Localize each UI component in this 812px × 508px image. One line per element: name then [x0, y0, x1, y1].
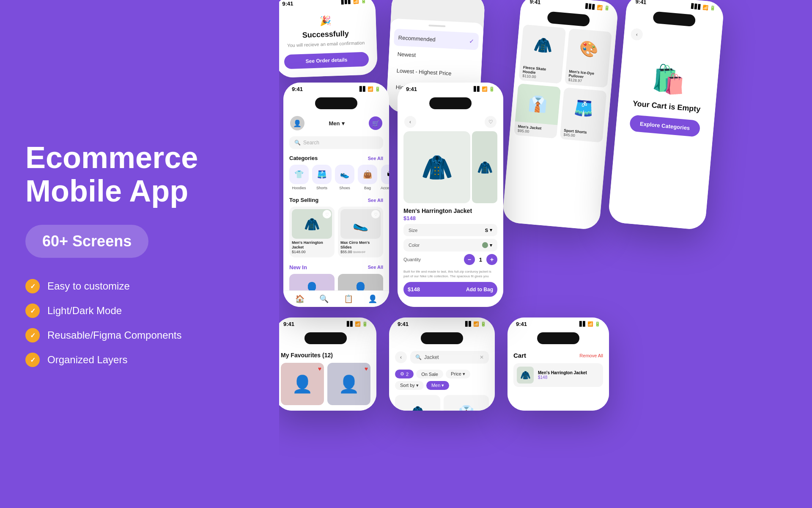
nav-search[interactable]: 🔍 — [319, 294, 329, 304]
heart-icon: ♥ — [318, 365, 321, 372]
size-option[interactable]: Size S ▾ — [403, 224, 497, 236]
filter-chip-price[interactable]: Price ▾ — [446, 370, 470, 378]
remove-all-button[interactable]: Remove All — [579, 353, 603, 358]
search-input[interactable]: 🔍 Jacket ✕ — [410, 351, 489, 364]
search-bar[interactable]: 🔍 Search — [289, 136, 383, 149]
phone-detail-screen: 9:41 ▋▋ 📶 🔋 ‹ ♡ 🧥 🧥 Men's Harrington Ja — [398, 83, 503, 307]
add-to-bag-button[interactable]: $148 Add to Bag — [403, 282, 497, 297]
categories-see-all[interactable]: See All — [368, 156, 383, 161]
top-selling-see-all[interactable]: See All — [368, 198, 383, 203]
category-bag[interactable]: 👜 Bag — [358, 165, 377, 190]
category-shorts[interactable]: 🩳 Shorts — [312, 165, 332, 190]
heart-icon-2: ♥ — [365, 365, 368, 372]
list-item[interactable]: 🧥 Fleece Skate Hoodie $110.00 — [518, 25, 566, 84]
check-icon — [25, 279, 40, 293]
phone-success-screen: 9:41 ▋▋▋ 📶 🔋 🎉 Successfully You will rec… — [279, 0, 378, 78]
phone-main-mockup: 9:41 ▋▋ 📶 🔋 👤 Men ▾ 🛒 🔍 Search Categorie — [283, 83, 389, 307]
nav-home[interactable]: 🏠 — [295, 294, 304, 304]
phone-detail-mockup: 9:41 ▋▋ 📶 🔋 ‹ ♡ 🧥 🧥 Men's Harrington Ja — [398, 83, 503, 307]
detail-header: ‹ ♡ — [398, 113, 503, 131]
phone-fav-screen: 9:41 ▋▋ 📶 🔋 My Favourites (12) 👤 ♥ 👤 ♥ — [279, 318, 376, 411]
explore-categories-button[interactable]: Explore Categories — [629, 115, 701, 137]
color-option[interactable]: Color ▾ — [403, 239, 497, 251]
search-result-item[interactable]: 🧥 — [395, 395, 440, 411]
products-row: ♡ 🧥 Men's Harrington Jacket $148.00 ♡ 🥿 … — [283, 205, 389, 259]
phone-main-screen: 9:41 ▋▋ 📶 🔋 👤 Men ▾ 🛒 🔍 Search Categorie — [283, 83, 389, 307]
fav-item-1[interactable]: 👤 ♥ — [281, 363, 324, 405]
check-icon — [25, 353, 40, 367]
bottom-nav: 🏠 🔍 📋 👤 — [283, 290, 389, 307]
check-icon — [25, 328, 40, 342]
cart2-header: Cart Remove All — [508, 348, 609, 363]
dynamic-island-detail — [429, 97, 472, 109]
back-button[interactable]: ‹ — [631, 28, 643, 41]
list-item[interactable]: 🩳 Sport Shorts $45.00 — [560, 88, 606, 143]
fav-item-2[interactable]: 👤 ♥ — [327, 363, 370, 405]
cart-empty-title: Your Cart is Empty — [632, 99, 701, 114]
new-in-see-all[interactable]: See All — [368, 265, 383, 270]
right-panel: 9:41 ▋▋▋ 📶 🔋 🎉 Successfully You will rec… — [279, 0, 812, 508]
feature-customize: Easy to customize — [25, 279, 254, 293]
gender-dropdown[interactable]: Men ▾ — [329, 120, 345, 127]
category-hoodies[interactable]: 👕 Hoodies — [289, 165, 309, 190]
feature-layers: Organized Layers — [25, 353, 254, 367]
wishlist-button-slides[interactable]: ♡ — [371, 210, 380, 218]
product-description: Built for life and made to last, this fu… — [398, 268, 503, 280]
nav-profile[interactable]: 👤 — [368, 294, 377, 304]
nav-orders[interactable]: 📋 — [344, 294, 353, 304]
filter-chip-count[interactable]: ⚙ 2 — [395, 370, 414, 378]
categories-section-header: Categories See All — [283, 152, 389, 163]
back-button-search[interactable]: ‹ — [395, 351, 407, 363]
product-card-jacket[interactable]: ♡ 🧥 Men's Harrington Jacket $148.00 — [289, 207, 335, 257]
wishlist-icon: ♡ — [328, 276, 333, 282]
category-shoes[interactable]: 👟 Shoes — [335, 165, 354, 190]
dynamic-island-search — [421, 332, 463, 344]
list-item[interactable]: 👔 Men's Jacket $95.00 — [514, 83, 561, 138]
quantity-increase-button[interactable]: + — [486, 254, 497, 265]
list-item[interactable]: 🎨 Men's Ice-Dye Pullover $128.97 — [565, 28, 612, 88]
bag-icon: 🛍️ — [651, 62, 687, 97]
back-button-detail[interactable]: ‹ — [404, 116, 416, 128]
search-results: 🧥 👔 — [389, 392, 495, 411]
favourites-title: My Favourites (12) — [279, 348, 376, 363]
wishlist-icon-2: ♡ — [377, 276, 381, 282]
sort-handle — [428, 25, 445, 27]
clear-icon[interactable]: ✕ — [480, 354, 484, 360]
status-bar-listing: 9:41 ▋▋▋ 📶 🔋 — [521, 0, 619, 14]
options-row: Size S ▾ Color ▾ — [398, 224, 503, 251]
cart-empty-content: 🛍️ Your Cart is Empty Explore Categories — [614, 43, 720, 155]
product-price: $148 — [403, 215, 497, 221]
dynamic-island-fav — [304, 332, 347, 344]
cart-icon[interactable]: 🛒 — [369, 116, 382, 130]
see-order-button[interactable]: See Order details — [284, 52, 369, 69]
phone-cart2-mockup: 9:41 ▋▋ 📶 🔋 Cart Remove All 🧥 Men's Harr… — [508, 318, 609, 411]
favourite-button[interactable]: ♡ — [485, 116, 497, 128]
main-header: 👤 Men ▾ 🛒 — [283, 113, 389, 134]
filter-chip-sale[interactable]: On Sale — [416, 370, 443, 378]
cart-title: Cart — [513, 352, 526, 359]
search-header: ‹ 🔍 Jacket ✕ — [389, 348, 495, 367]
cart-item-1[interactable]: 🧥 Men's Harrington Jacket $148 — [513, 363, 603, 387]
filter-chip-men[interactable]: Men ▾ — [426, 381, 449, 390]
dynamic-island-cart — [653, 11, 696, 27]
filter-chip-sort[interactable]: Sort by ▾ — [395, 381, 424, 390]
product-card-slides[interactable]: ♡ 🥿 Max Cirro Men's Slides $55.00 $100.9… — [338, 207, 383, 257]
category-accessories[interactable]: 🕶 Accessories — [381, 165, 389, 190]
quantity-decrease-button[interactable]: − — [464, 254, 475, 265]
filter-chips: ⚙ 2 On Sale Price ▾ Sort by ▾ Men ▾ — [389, 367, 495, 392]
phone-listing-mockup: 9:41 ▋▋▋ 📶 🔋 🧥 Fleece Skate Hoodie $110.… — [502, 0, 619, 230]
phone-listing-screen: 9:41 ▋▋▋ 📶 🔋 🧥 Fleece Skate Hoodie $110.… — [502, 0, 619, 230]
status-bar-cart2: 9:41 ▋▋ 📶 🔋 — [508, 318, 609, 329]
wishlist-button[interactable]: ♡ — [323, 210, 331, 218]
status-bar-cart: 9:41 ▋▋▋ 📶 🔋 — [627, 0, 724, 14]
avatar[interactable]: 👤 — [290, 116, 304, 130]
chevron-down-icon-color: ▾ — [490, 243, 492, 248]
search-result-item-2[interactable]: 👔 — [444, 395, 489, 411]
quantity-value: 1 — [479, 257, 482, 263]
categories-row: 👕 Hoodies 🩳 Shorts 👟 Shoes 👜 Bag 🕶 — [283, 163, 389, 193]
cart-items: 🧥 Men's Harrington Jacket $148 — [508, 363, 609, 387]
quantity-row: Quantity − 1 + — [398, 251, 503, 268]
color-swatch — [482, 242, 488, 248]
secondary-product-image: 🧥 — [472, 131, 497, 203]
main-product-image: 🧥 — [403, 131, 470, 203]
